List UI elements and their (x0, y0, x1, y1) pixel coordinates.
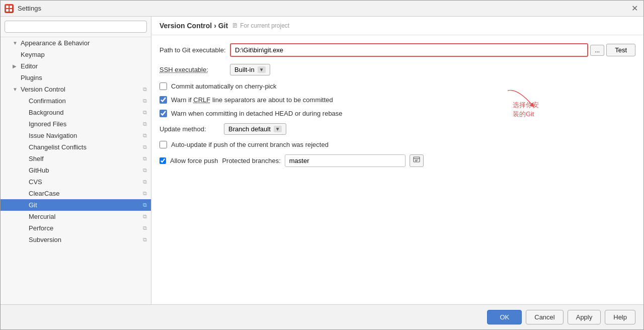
ignored-page-icon: ⧉ (143, 121, 147, 127)
svg-rect-3 (10, 9, 12, 12)
sidebar-item-label-perforce: Perforce (29, 224, 143, 232)
search-box (1, 17, 151, 37)
breadcrumb-part1: Version Control (159, 22, 212, 30)
arrow-ignored (21, 121, 29, 127)
clearcase-page-icon: ⧉ (143, 190, 147, 197)
sidebar: ▼ Appearance & Behavior Keymap ▶ Editor … (1, 17, 151, 304)
sidebar-item-confirmation[interactable]: Confirmation ⧉ (1, 95, 151, 107)
sidebar-tree: ▼ Appearance & Behavior Keymap ▶ Editor … (1, 37, 151, 304)
panel-subtitle: 🖹 For current project (232, 22, 289, 29)
right-panel: Version Control › Git 🖹 For current proj… (151, 17, 643, 304)
sidebar-item-label-subversion: Subversion (29, 236, 143, 243)
svg-rect-0 (6, 6, 9, 8)
svg-rect-2 (6, 9, 9, 12)
warn-crlf-checkbox[interactable] (159, 96, 167, 104)
sidebar-item-label-editor: Editor (21, 62, 147, 70)
sidebar-item-issue-navigation[interactable]: Issue Navigation ⧉ (1, 130, 151, 141)
sidebar-item-version-control[interactable]: ▼ Version Control ⧉ (1, 84, 151, 95)
sidebar-item-label-cvs: CVS (29, 178, 143, 186)
help-button[interactable]: Help (605, 310, 635, 324)
sidebar-item-appearance[interactable]: ▼ Appearance & Behavior (1, 37, 151, 49)
sidebar-item-label-ignored: Ignored Files (29, 120, 143, 128)
confirmation-page-icon: ⧉ (143, 98, 147, 104)
breadcrumb-part2: Git (218, 22, 228, 30)
arrow-git (21, 202, 29, 208)
ok-button[interactable]: OK (487, 310, 522, 324)
sidebar-item-background[interactable]: Background ⧉ (1, 107, 151, 118)
ssh-dropdown-arrow: ▼ (258, 66, 266, 73)
git-path-row: Path to Git executable: ... Test (159, 43, 635, 57)
expand-arrow-appearance: ▼ (13, 40, 21, 46)
sidebar-item-label-changelist: Changelist Conflicts (29, 143, 143, 151)
update-method-label: Update method: (159, 125, 220, 133)
arrow-mercurial (21, 214, 29, 219)
bottom-bar: OK Cancel Apply Help (1, 304, 643, 329)
title-bar-left: Settings (5, 4, 41, 13)
panel-body: Path to Git executable: ... Test SSH exe… (151, 35, 643, 304)
allow-force-row: Allow force push Protected branches: (159, 154, 635, 167)
commit-cherry-pick-checkbox[interactable] (159, 82, 167, 90)
warn-crlf-label: Warn if CRLF line separators are about t… (171, 96, 333, 104)
commit-cherry-pick-row: Commit automatically on cherry-pick (159, 82, 635, 90)
sidebar-item-subversion[interactable]: Subversion ⧉ (1, 234, 151, 245)
sidebar-item-perforce[interactable]: Perforce ⧉ (1, 222, 151, 234)
allow-force-label: Allow force push (170, 157, 218, 164)
arrow-cvs (21, 179, 29, 185)
arrow-subversion (21, 237, 29, 242)
expand-arrow-keymap (13, 52, 21, 57)
arrow-clearcase (21, 191, 29, 196)
sidebar-item-clearcase[interactable]: ClearCase ⧉ (1, 188, 151, 199)
mercurial-page-icon: ⧉ (143, 213, 147, 220)
warn-crlf-row: Warn if CRLF line separators are about t… (159, 96, 635, 104)
git-path-label: Path to Git executable: (159, 46, 230, 54)
warn-detached-checkbox[interactable] (159, 110, 167, 117)
browse-button[interactable]: ... (590, 45, 604, 56)
sidebar-item-plugins[interactable]: Plugins (1, 72, 151, 84)
git-path-input-group: ... Test (230, 43, 635, 57)
window-title: Settings (18, 5, 41, 12)
app-icon (5, 4, 14, 13)
vc-page-icon: ⧉ (143, 86, 147, 93)
sidebar-item-changelist[interactable]: Changelist Conflicts ⧉ (1, 141, 151, 153)
sidebar-item-label-vc: Version Control (21, 86, 143, 93)
expand-arrow-vc: ▼ (13, 87, 21, 92)
allow-force-checkbox[interactable] (159, 157, 166, 164)
project-icon: 🖹 (232, 22, 238, 29)
sidebar-item-ignored-files[interactable]: Ignored Files ⧉ (1, 118, 151, 130)
sidebar-item-mercurial[interactable]: Mercurial ⧉ (1, 211, 151, 222)
auto-update-checkbox[interactable] (159, 141, 167, 148)
arrow-github (21, 168, 29, 173)
apply-button[interactable]: Apply (568, 310, 601, 324)
protected-branches-label: Protected branches: (222, 157, 280, 164)
close-button[interactable]: ✕ (629, 4, 639, 14)
arrow-perforce (21, 225, 29, 231)
sidebar-item-label-shelf: Shelf (29, 155, 143, 162)
commit-cherry-pick-label: Commit automatically on cherry-pick (171, 82, 277, 90)
sidebar-item-editor[interactable]: ▶ Editor (1, 60, 151, 72)
update-method-dropdown[interactable]: Branch default ▼ (224, 123, 286, 135)
sidebar-item-label-appearance: Appearance & Behavior (21, 39, 147, 47)
warn-detached-row: Warn when committing in detached HEAD or… (159, 110, 635, 117)
panel-breadcrumb: Version Control › Git (159, 22, 228, 30)
sidebar-item-shelf[interactable]: Shelf ⧉ (1, 153, 151, 164)
sidebar-item-cvs[interactable]: CVS ⧉ (1, 176, 151, 188)
ssh-value: Built-in (234, 66, 255, 73)
ssh-dropdown[interactable]: Built-in ▼ (230, 64, 270, 75)
ssh-label: SSH executable: (159, 66, 230, 73)
test-button[interactable]: Test (606, 44, 635, 56)
git-path-input[interactable] (230, 43, 588, 57)
changelist-page-icon: ⧉ (143, 144, 147, 150)
protected-branches-group: Protected branches: (222, 154, 423, 167)
sidebar-item-label-clearcase: ClearCase (29, 190, 143, 197)
sidebar-item-github[interactable]: GitHub ⧉ (1, 164, 151, 176)
sidebar-item-label-keymap: Keymap (21, 51, 147, 58)
breadcrumb-sep: › (214, 22, 218, 30)
sidebar-item-keymap[interactable]: Keymap (1, 49, 151, 60)
sidebar-item-label-plugins: Plugins (21, 74, 147, 81)
protected-branches-input[interactable] (285, 154, 406, 167)
search-input[interactable] (5, 21, 147, 33)
sidebar-item-git[interactable]: Git ⧉ (1, 199, 151, 211)
arrow-issue-nav (21, 133, 29, 138)
protected-browse-button[interactable] (410, 154, 424, 167)
cancel-button[interactable]: Cancel (526, 310, 563, 324)
